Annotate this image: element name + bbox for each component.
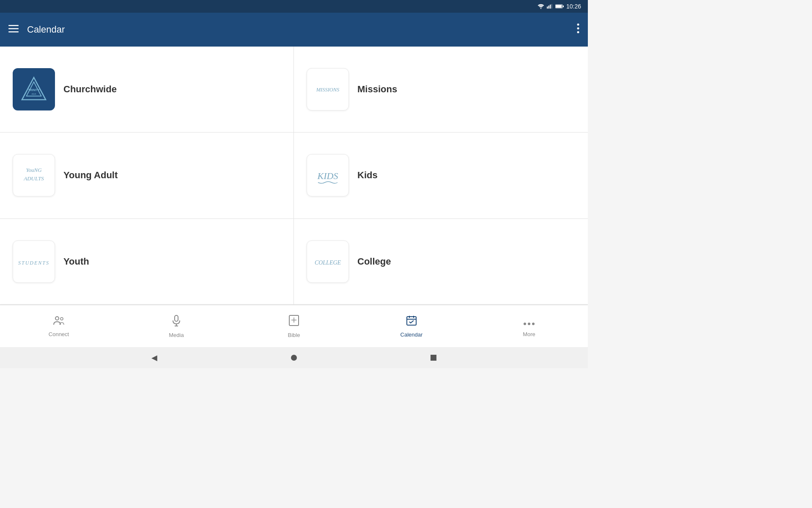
svg-text:TRINITY: TRINITY (28, 88, 40, 91)
nav-item-calendar[interactable]: Calendar (353, 311, 470, 342)
bible-nav-label: Bible (288, 332, 300, 338)
svg-text:ADA: ADA (32, 93, 36, 95)
calendar-icon (406, 315, 417, 329)
svg-point-25 (60, 318, 63, 320)
svg-text:YouNG: YouNG (26, 167, 42, 173)
young-adult-icon: YouNG ADULTS (13, 154, 55, 196)
media-nav-label: Media (169, 332, 184, 338)
signal-icon (547, 4, 553, 9)
status-bar: 10:26 (0, 0, 588, 13)
youth-icon: STUDENTS (13, 240, 55, 283)
category-item-college[interactable]: COLLEGE College (294, 219, 588, 305)
nav-item-connect[interactable]: Connect (0, 311, 118, 342)
nav-item-bible[interactable]: Bible (235, 310, 353, 342)
kids-label: Kids (357, 170, 378, 181)
connect-nav-label: Connect (49, 331, 69, 337)
svg-point-13 (577, 31, 579, 33)
kids-icon: KIDS (307, 154, 349, 196)
svg-text:COLLEGE: COLLEGE (315, 260, 341, 266)
churchwide-icon: TRINITY ADA (13, 68, 55, 110)
svg-point-0 (540, 8, 542, 9)
svg-rect-10 (8, 31, 19, 33)
connect-icon (53, 315, 65, 329)
churchwide-label: Churchwide (63, 84, 117, 95)
svg-rect-8 (8, 25, 19, 26)
missions-icon: Missions (307, 68, 349, 110)
svg-point-38 (532, 323, 535, 325)
category-item-kids[interactable]: KIDS Kids (294, 133, 588, 218)
missions-icon-text: Missions (311, 76, 345, 103)
svg-point-11 (577, 24, 579, 26)
missions-label: Missions (357, 84, 397, 95)
svg-point-37 (528, 323, 530, 325)
svg-rect-9 (8, 28, 19, 30)
category-item-youth[interactable]: STUDENTS Youth (0, 219, 294, 305)
svg-rect-2 (548, 6, 549, 8)
svg-rect-7 (562, 6, 564, 7)
svg-text:STUDENTS: STUDENTS (18, 260, 49, 266)
svg-point-24 (55, 317, 59, 320)
nav-item-media[interactable]: Media (118, 310, 235, 342)
young-adult-label: Young Adult (63, 170, 118, 181)
back-button[interactable]: ◀ (151, 353, 157, 362)
recents-button[interactable] (431, 355, 436, 361)
nav-item-more[interactable]: More (470, 311, 588, 342)
media-icon (171, 315, 181, 329)
svg-rect-6 (556, 5, 562, 8)
app-title: Calendar (27, 24, 568, 35)
svg-rect-4 (551, 4, 552, 9)
bottom-navigation: Connect Media Bible (0, 305, 588, 347)
category-grid: TRINITY ADA Churchwide Missions Missions… (0, 47, 588, 305)
svg-text:ADULTS: ADULTS (23, 175, 44, 182)
status-time: 10:26 (566, 3, 581, 10)
category-item-missions[interactable]: Missions Missions (294, 47, 588, 133)
youth-label: Youth (63, 256, 89, 267)
more-icon (523, 315, 535, 329)
calendar-nav-label: Calendar (401, 331, 423, 338)
svg-rect-26 (175, 315, 178, 321)
svg-rect-3 (550, 5, 551, 8)
system-navigation: ◀ (0, 347, 588, 368)
svg-rect-1 (547, 7, 548, 9)
college-icon: COLLEGE (307, 240, 349, 283)
status-icons: 10:26 (538, 3, 581, 10)
home-button[interactable] (291, 355, 297, 361)
college-label: College (357, 256, 391, 267)
category-item-young-adult[interactable]: YouNG ADULTS Young Adult (0, 133, 294, 218)
more-nav-label: More (523, 331, 535, 337)
svg-point-12 (577, 28, 579, 30)
svg-text:KIDS: KIDS (317, 171, 338, 181)
app-bar: Calendar (0, 13, 588, 47)
svg-text:Missions: Missions (316, 87, 340, 93)
battery-icon (555, 4, 564, 9)
bible-icon (288, 315, 299, 329)
wifi-icon (538, 4, 544, 9)
svg-point-36 (524, 323, 526, 325)
category-item-churchwide[interactable]: TRINITY ADA Churchwide (0, 47, 294, 133)
overflow-menu-button[interactable] (577, 23, 579, 36)
hamburger-button[interactable] (8, 25, 19, 34)
svg-rect-32 (407, 317, 416, 325)
